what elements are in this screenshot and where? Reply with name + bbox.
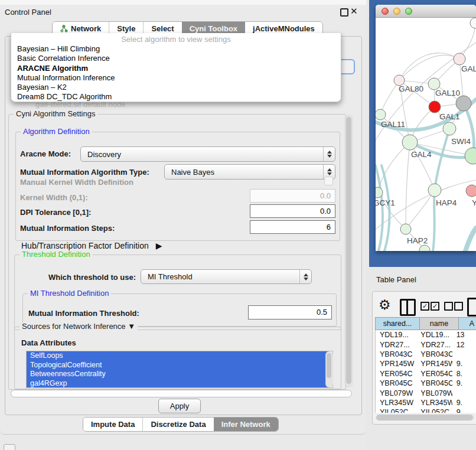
network-node[interactable] [376,109,386,120]
tab-infer-network[interactable]: Infer Network [214,418,278,431]
network-node[interactable] [466,185,476,197]
table-cell: YBR043C [376,350,416,358]
unchecked-checkbox-icon[interactable] [444,302,453,311]
hub-definition-label: Hub/Transcription Factor Definition [21,241,149,250]
algorithm-option-mutual-information-inference[interactable]: Mutual Information Inference [11,73,341,83]
table-rows: YDL19...YDL19...13YDR27...YDR27...12YBR0… [375,330,476,413]
node-label-gal80: GAL80 [399,84,423,93]
collapse-down-arrow-icon[interactable]: ▼ [128,322,135,331]
new-table-icon[interactable] [467,298,476,317]
network-edge-highlighted[interactable] [376,165,383,251]
algorithm-option-bayesian-hill-climbing[interactable]: Bayesian – Hill Climbing [11,44,341,54]
checked-checkbox-icon[interactable]: ✓ [431,302,439,311]
network-edge[interactable] [406,190,435,229]
algorithm-option-bayesian-k2[interactable]: Bayesian – K2 [11,83,341,92]
mi-type-combo[interactable]: Naive Bayes [164,164,335,180]
network-canvas[interactable]: GALGAL80GAL10GAL1GAL11SWI4GAL4GCY1HAP4YH… [376,18,476,251]
attribute-item-selfloops[interactable]: SelfLoops [27,351,329,361]
mi-type-label: Mutual Information Algorithm Type: [20,168,149,177]
network-edge[interactable] [380,80,399,115]
table-cell: 12 [452,341,476,349]
attribute-item-topologicalcoefficient[interactable]: TopologicalCoefficient [27,361,329,370]
minimized-panel-button[interactable] [4,444,15,450]
apply-button[interactable]: Apply [158,399,201,413]
algorithm-option-dream8-dc-tdc-algorithm[interactable]: Dream8 DC_TDC Algorithm [11,92,341,102]
unchecked-checkbox-icon[interactable] [454,302,463,311]
column-header-a[interactable]: A [459,317,476,330]
network-node[interactable] [400,224,411,234]
table-cell: YBR045C [376,379,416,387]
network-node[interactable] [428,184,441,197]
mi-threshold-field[interactable]: 0.5 [248,305,332,319]
tab-label: jActiveMNodules [253,24,315,33]
table-row[interactable]: YBR043CYBR043C [376,350,476,359]
table-row[interactable]: YBR045CYBR045C9. [376,379,476,388]
zoom-window-icon[interactable] [405,8,412,15]
network-window-titlebar[interactable] [376,5,476,18]
node-label-gal: GAL [461,64,476,73]
algorithm-option-aracne-algorithm[interactable]: ARACNE Algorithm [11,64,341,73]
network-node[interactable] [428,78,440,90]
attribute-item-gal4rgexp[interactable]: gal4RGexp [27,379,329,388]
table-cell: 8. [452,370,476,378]
tab-impute-data[interactable]: Impute Data [83,418,143,431]
data-attributes-list[interactable]: SelfLoopsTopologicalCoefficientBetweenne… [26,351,333,388]
which-threshold-value: MI Threshold [141,272,299,281]
gear-icon[interactable]: ⚙ [379,297,391,312]
expander-right-arrow-icon[interactable]: ▶ [156,241,162,250]
minimize-window-icon[interactable] [393,8,400,15]
table-row[interactable]: YER054CYER054C8. [376,369,476,379]
stepper-arrows-icon [323,147,335,161]
table-panel-title: Table Panel [376,275,416,284]
manual-kernel-checkbox[interactable] [324,177,333,185]
network-edge[interactable] [406,142,410,229]
node-label-hap2: HAP2 [407,236,428,245]
table-row[interactable]: YIL052CYIL052C9 [376,407,476,413]
table-cell: YIL052C [416,408,452,413]
network-node[interactable] [429,101,441,113]
network-node[interactable] [454,53,465,65]
table-row[interactable]: YLR345WYLR345W9. [376,398,476,407]
network-node[interactable] [470,18,476,28]
kernel-width-field[interactable]: 0.0 [250,189,335,203]
tab-discretize-data[interactable]: Discretize Data [143,418,213,431]
dpi-tolerance-field[interactable]: 0.0 [250,204,335,218]
table-row[interactable]: YDR27...YDR27...12 [376,340,476,349]
network-node[interactable] [465,148,476,164]
network-edge-highlighted[interactable] [465,228,476,251]
network-node[interactable] [443,122,456,135]
algorithm-option-basic-correlation-inference[interactable]: Basic Correlation Inference [11,54,341,63]
which-threshold-combo[interactable]: MI Threshold [141,269,312,284]
network-graph: GALGAL80GAL10GAL1GAL11SWI4GAL4GCY1HAP4YH… [376,18,476,251]
node-label-gal4: GAL4 [411,150,432,159]
checked-checkbox-icon[interactable]: ✓ [420,302,429,311]
table-horizontal-scrollbar-thumb[interactable] [376,415,473,420]
table-header: shared...nameA [375,317,476,330]
close-panel-icon[interactable]: ✕ [350,6,358,17]
settings-horizontal-scrollbar[interactable] [11,390,352,397]
network-node[interactable] [402,135,418,150]
table-cell: 9. [452,360,476,368]
node-label-y: Y [472,198,476,207]
table-row[interactable]: YDL19...YDL19...13 [376,330,476,340]
close-window-icon[interactable] [382,8,389,15]
table-cell: YDR27... [416,341,452,349]
mi-threshold-label: Mutual Information Threshold: [28,309,139,318]
aracne-mode-combo[interactable]: Discovery [80,146,335,162]
table-row[interactable]: YBL079WYBL079W [376,388,476,397]
node-label-gal10: GAL10 [435,89,460,97]
mi-steps-field[interactable]: 6 [250,220,335,234]
attributes-list-scrollbar-thumb[interactable] [327,353,331,378]
column-header-shared[interactable]: shared... [375,317,420,330]
column-layout-icon[interactable] [400,299,416,316]
table-row[interactable]: YPR145WYPR145W9. [376,359,476,369]
attribute-item-betweennesscentrality[interactable]: BetweennessCentrality [27,370,329,379]
tab-label: Infer Network [221,420,270,429]
mi-threshold-group-title: MI Threshold Definition [28,289,111,298]
network-edge[interactable] [399,53,459,80]
column-header-name[interactable]: name [420,317,459,330]
float-panel-icon[interactable] [340,8,348,17]
network-node[interactable] [456,96,471,111]
settings-vertical-scrollbar-thumb[interactable] [346,117,351,384]
hub-definition-expander[interactable]: Hub/Transcription Factor Definition ▶ [21,241,162,250]
